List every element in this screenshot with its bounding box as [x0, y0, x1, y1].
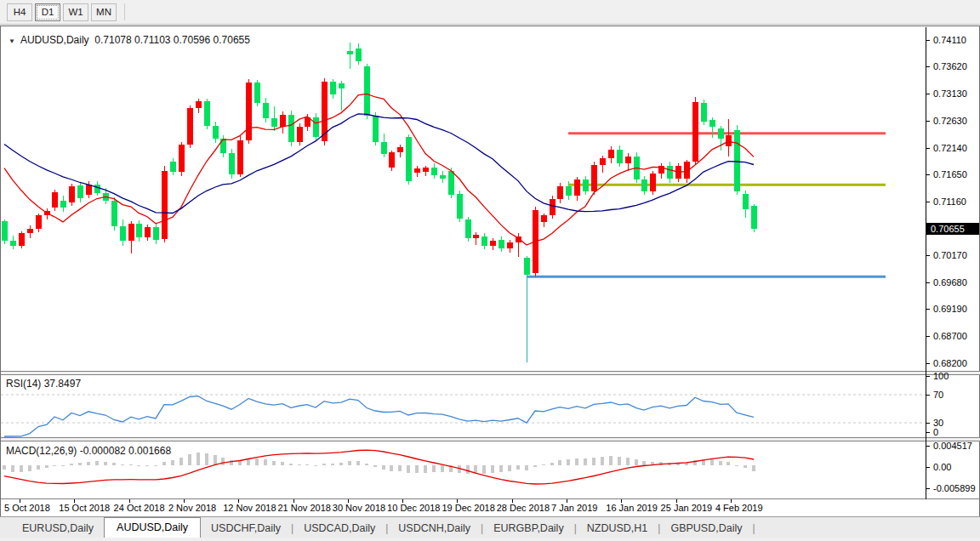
- date-tick-label: 15 Oct 2018: [59, 503, 110, 513]
- macd-scale-label: -0.005899: [933, 483, 976, 493]
- rsi-splitter[interactable]: [1, 371, 980, 375]
- date-tick-mark: [567, 499, 567, 503]
- date-tick-label: 25 Jan 2019: [661, 503, 713, 513]
- tab-usdcad[interactable]: USDCAD,Daily: [293, 520, 385, 538]
- date-tick-label: 24 Oct 2018: [114, 503, 165, 513]
- date-tick-label: 12 Nov 2018: [223, 503, 276, 513]
- macd-splitter[interactable]: [1, 437, 980, 441]
- date-tick-mark: [74, 499, 75, 503]
- chart-ohlc-values: 0.71078 0.71103 0.70596 0.70655: [94, 34, 250, 46]
- macd-scale-label: 0.004517: [933, 441, 972, 451]
- rsi-tick-mark: [926, 423, 930, 424]
- date-tick-mark: [676, 499, 677, 503]
- price-tick-mark: [926, 94, 930, 94]
- rsi-label: RSI(14) 37.8497: [6, 378, 81, 390]
- macd-tick-mark: [926, 488, 930, 489]
- date-tick-mark: [348, 499, 349, 503]
- price-tick-label: 0.72140: [933, 143, 967, 153]
- rsi-scale-label: 0: [933, 427, 938, 437]
- price-tick-label: 0.69680: [933, 277, 967, 288]
- price-tick-mark: [926, 282, 930, 283]
- timeframe-button-d1[interactable]: D1: [35, 3, 60, 21]
- rsi-tick-mark: [926, 376, 930, 377]
- date-tick-label: 10 Dec 2018: [387, 503, 440, 513]
- date-tick-mark: [238, 499, 239, 503]
- date-tick-mark: [20, 499, 20, 503]
- timeframe-button-mn[interactable]: MN: [91, 3, 117, 21]
- date-tick-label: 19 Dec 2018: [442, 503, 494, 513]
- mt4-window: H4D1W1MN ▼AUDUSD,Daily 0.71078 0.71103 0…: [0, 0, 980, 541]
- tab-nzdusd[interactable]: NZDUSD,H1: [577, 520, 658, 538]
- date-tick-mark: [621, 499, 622, 503]
- price-tick-label: 0.71160: [933, 196, 966, 207]
- price-tick-label: 0.72630: [933, 116, 967, 126]
- current-price-badge: 0.70655: [926, 223, 979, 235]
- toolbar-separator: [124, 3, 125, 20]
- macd-scale-label: 0.00: [933, 462, 951, 472]
- macd-tick-mark: [926, 446, 930, 447]
- date-tick-mark: [512, 499, 513, 503]
- price-tick-label: 0.68700: [933, 331, 967, 341]
- date-tick-label: 5 Oct 2018: [4, 503, 50, 513]
- rsi-scale-label: 70: [933, 390, 943, 400]
- price-tick-label: 0.71650: [933, 169, 967, 179]
- status-strip: [0, 538, 980, 541]
- tab-eurusd[interactable]: EURUSD,Daily: [12, 520, 104, 538]
- chart-symbol-label: AUDUSD,Daily: [20, 34, 89, 46]
- price-tick-label: 0.74110: [933, 35, 966, 45]
- tab-audusd[interactable]: AUDUSD,Daily: [104, 517, 201, 538]
- date-tick-mark: [129, 499, 130, 503]
- date-tick-mark: [293, 499, 294, 503]
- price-tick-mark: [926, 121, 930, 122]
- price-tick-label: 0.73130: [933, 88, 967, 99]
- price-tick-mark: [926, 66, 930, 67]
- timeframe-toolbar: H4D1W1MN: [0, 0, 980, 25]
- macd-tick-mark: [926, 467, 930, 468]
- date-tick-label: 2 Nov 2018: [168, 503, 216, 513]
- symbol-tab-bar: EURUSD,DailyAUDUSD,DailyUSDCHF,Daily|USD…: [0, 516, 980, 538]
- price-tick-mark: [926, 255, 930, 256]
- price-tick-mark: [926, 363, 930, 364]
- date-tick-label: 30 Nov 2018: [333, 503, 385, 513]
- rsi-scale-label: 100: [933, 371, 949, 381]
- price-tick-mark: [926, 174, 930, 175]
- symbol-dropdown-icon[interactable]: ▼: [9, 37, 15, 45]
- date-tick-mark: [184, 499, 185, 503]
- chart-window[interactable]: ▼AUDUSD,Daily 0.71078 0.71103 0.70596 0.…: [0, 26, 980, 516]
- date-tick-mark: [402, 499, 403, 503]
- date-tick-label: 4 Feb 2019: [715, 503, 763, 513]
- tab-separator: |: [752, 522, 755, 538]
- tab-eurgbp[interactable]: EURGBP,Daily: [483, 520, 573, 538]
- date-tick-label: 28 Dec 2018: [497, 503, 550, 513]
- price-tick-mark: [926, 309, 930, 310]
- price-tick-mark: [926, 202, 930, 202]
- price-tick-label: 0.69190: [933, 304, 967, 314]
- timeframe-button-h4[interactable]: H4: [7, 3, 32, 21]
- chart-canvas[interactable]: [1, 26, 979, 516]
- tab-usdcnh[interactable]: USDCNH,Daily: [388, 520, 481, 538]
- price-axis-border: [926, 27, 926, 499]
- date-tick-label: 16 Jan 2019: [606, 503, 658, 513]
- date-tick-label: 7 Jan 2019: [551, 503, 597, 513]
- price-tick-mark: [926, 148, 930, 149]
- price-tick-label: 0.68200: [933, 358, 967, 368]
- timeframe-button-w1[interactable]: W1: [63, 3, 88, 21]
- price-tick-label: 0.73620: [933, 61, 967, 71]
- date-axis-border: [1, 498, 980, 499]
- date-tick-mark: [457, 499, 458, 503]
- chart-title: ▼AUDUSD,Daily 0.71078 0.71103 0.70596 0.…: [9, 34, 250, 46]
- date-tick-mark: [731, 499, 732, 503]
- price-tick-label: 0.70170: [933, 250, 967, 260]
- tab-gbpusd[interactable]: GBPUSD,Daily: [660, 520, 752, 538]
- rsi-tick-mark: [926, 395, 930, 396]
- rsi-tick-mark: [926, 432, 930, 433]
- price-tick-mark: [926, 336, 930, 337]
- macd-label: MACD(12,26,9) -0.000082 0.001668: [6, 445, 171, 457]
- date-tick-label: 21 Nov 2018: [278, 503, 331, 513]
- tab-usdchf[interactable]: USDCHF,Daily: [201, 520, 291, 538]
- price-tick-mark: [926, 40, 930, 41]
